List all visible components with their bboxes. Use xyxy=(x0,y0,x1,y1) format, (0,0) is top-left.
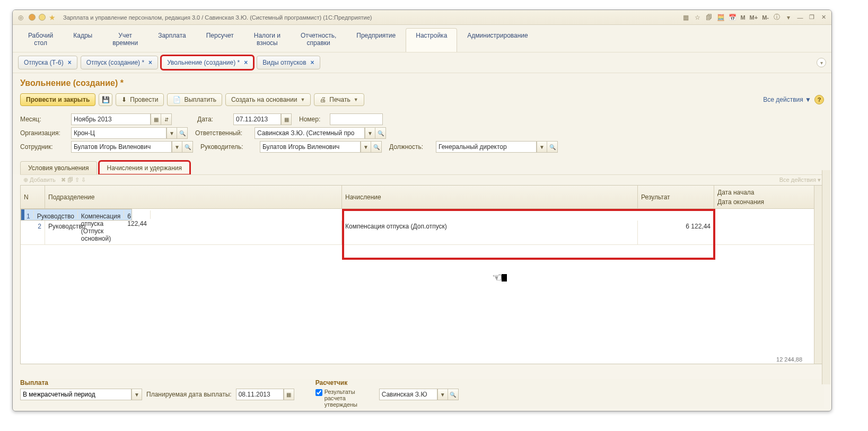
close-icon[interactable]: × xyxy=(68,59,72,66)
search-icon[interactable]: 🔍 xyxy=(177,127,188,139)
employee-label: Сотрудник: xyxy=(20,143,67,151)
app-window: ◎ ★ Зарплата и управление персоналом, ре… xyxy=(12,10,832,411)
tab-vacation-create[interactable]: Отпуск (создание) * × xyxy=(81,56,158,69)
info-icon[interactable]: ⓘ xyxy=(772,13,782,22)
chevron-down-icon[interactable]: ▼ xyxy=(172,141,182,153)
approved-checkbox[interactable]: Результаты расчета утверждены xyxy=(315,389,374,408)
search-icon[interactable]: 🔍 xyxy=(182,141,193,153)
subtab-accruals[interactable]: Начисления и удержания xyxy=(99,161,190,174)
manager-label: Руководитель: xyxy=(200,143,256,151)
tab-label: Виды отпусков xyxy=(262,59,306,66)
responsible-label: Ответственный: xyxy=(195,129,250,137)
table-row[interactable]: 1 Руководство Компенсация отпуска (Отпус… xyxy=(21,209,132,221)
calendar-icon[interactable]: ▦ xyxy=(151,113,161,125)
menu-taxes[interactable]: Налоги и взносы xyxy=(244,28,291,52)
nav-fwd-icon[interactable] xyxy=(39,14,46,21)
inner-all-actions[interactable]: Все действия ▾ xyxy=(779,177,821,183)
close-icon[interactable]: × xyxy=(244,59,248,66)
org-input[interactable] xyxy=(71,127,166,139)
inner-toolbar: ⊕ Добавить ✖ 🗐 ⇧ ⇩ Все действия ▾ xyxy=(20,174,824,185)
col-n[interactable]: N xyxy=(21,186,45,208)
tab-vacation-types[interactable]: Виды отпусков × xyxy=(257,56,320,69)
payout-mode-select[interactable] xyxy=(20,389,131,400)
chevron-down-icon[interactable]: ▼ xyxy=(365,127,375,139)
chevron-down-icon[interactable]: ▼ xyxy=(537,141,547,153)
window-close[interactable]: ✕ xyxy=(819,14,828,21)
print-button[interactable]: 🖨Печать▼ xyxy=(314,93,364,106)
date-input[interactable] xyxy=(233,113,281,125)
chevron-down-icon: ▼ xyxy=(354,97,358,102)
document-toolbar: Провести и закрыть 💾 ⬇Провести 📄Выплатит… xyxy=(13,91,831,110)
tab-dismissal-create[interactable]: Увольнение (создание) * × xyxy=(161,56,253,69)
menu-reports[interactable]: Отчетность, справки xyxy=(291,28,346,52)
post-and-close-button[interactable]: Провести и закрыть xyxy=(20,93,95,106)
document-form: Месяц: ▦ ⇵ Дата: ▦ Номер: Организация: ▼… xyxy=(13,110,831,158)
menu-salary[interactable]: Зарплата xyxy=(148,28,196,52)
search-icon[interactable]: 🔍 xyxy=(547,141,558,153)
col-department[interactable]: Подразделение xyxy=(45,186,342,208)
employee-input[interactable] xyxy=(71,141,172,153)
calendar-icon[interactable]: ▦ xyxy=(284,389,294,400)
month-input[interactable] xyxy=(71,113,151,125)
org-label: Организация: xyxy=(20,129,67,137)
calculator-title: Расчетчик xyxy=(315,379,459,386)
dropdown-icon[interactable]: ▾ xyxy=(784,13,793,22)
calculator-name-input[interactable] xyxy=(379,389,437,400)
menu-hr[interactable]: Кадры xyxy=(63,28,102,52)
favorite-icon[interactable]: ★ xyxy=(49,13,56,22)
tabs-overflow-icon[interactable]: ▾ xyxy=(817,58,826,67)
tool-icon-2[interactable]: ☆ xyxy=(692,13,702,22)
stepper-icon[interactable]: ⇵ xyxy=(161,113,172,125)
manager-input[interactable] xyxy=(260,141,361,153)
post-button[interactable]: ⬇Провести xyxy=(116,93,164,106)
menu-admin[interactable]: Администрирование xyxy=(457,28,538,52)
date-label: Дата: xyxy=(197,116,229,123)
window-maximize[interactable]: ❐ xyxy=(807,14,817,21)
mem-m[interactable]: M xyxy=(739,14,746,21)
tool-icon-calc[interactable]: 🧮 xyxy=(716,13,725,22)
menu-company[interactable]: Предприятие xyxy=(346,28,406,52)
page-scrollbar[interactable] xyxy=(822,170,830,384)
tool-icon-1[interactable]: ▦ xyxy=(681,13,690,22)
responsible-input[interactable] xyxy=(255,127,365,139)
position-input[interactable] xyxy=(436,141,537,153)
approved-check[interactable] xyxy=(315,389,322,396)
help-icon[interactable]: ? xyxy=(814,95,824,104)
pay-button[interactable]: 📄Выплатить xyxy=(167,93,222,106)
search-icon[interactable]: 🔍 xyxy=(448,389,459,400)
all-actions-link[interactable]: Все действия ▼ xyxy=(763,96,811,103)
create-based-button[interactable]: Создать на основании▼ xyxy=(225,93,311,106)
chevron-down-icon[interactable]: ▼ xyxy=(361,141,371,153)
toolbar-more-icon[interactable]: ✖ 🗐 ⇧ ⇩ xyxy=(61,177,86,183)
subtab-conditions[interactable]: Условия увольнения xyxy=(20,161,97,174)
menu-settings[interactable]: Настройка xyxy=(406,28,457,52)
menu-desktop[interactable]: Рабочий стол xyxy=(18,28,63,52)
chevron-down-icon[interactable]: ▼ xyxy=(131,389,142,400)
col-dates[interactable]: Дата начала Дата окончания xyxy=(714,186,773,208)
search-icon[interactable]: 🔍 xyxy=(375,127,386,139)
plan-date-input[interactable] xyxy=(236,389,284,400)
close-icon[interactable]: × xyxy=(148,59,152,66)
chevron-down-icon[interactable]: ▼ xyxy=(437,389,448,400)
number-input[interactable] xyxy=(330,113,383,125)
position-label: Должность: xyxy=(389,143,432,151)
add-button[interactable]: ⊕ Добавить xyxy=(23,177,56,183)
tool-icon-3[interactable]: 🗐 xyxy=(704,13,714,22)
close-icon[interactable]: × xyxy=(311,59,314,66)
menu-time[interactable]: Учет времени xyxy=(102,28,148,52)
row-selection-marker xyxy=(21,209,24,220)
nav-back-icon[interactable] xyxy=(29,14,36,21)
window-minimize[interactable]: — xyxy=(795,14,805,21)
print-icon: 🖨 xyxy=(320,96,326,103)
mem-mminus[interactable]: M- xyxy=(761,14,770,21)
chevron-down-icon[interactable]: ▼ xyxy=(166,127,177,139)
menu-persuchet[interactable]: Персучет xyxy=(196,28,244,52)
calendar-icon[interactable]: ▦ xyxy=(281,113,292,125)
save-button[interactable]: 💾 xyxy=(99,93,112,106)
search-icon[interactable]: 🔍 xyxy=(371,141,382,153)
col-result[interactable]: Результат xyxy=(638,186,714,208)
tool-icon-calendar[interactable]: 📅 xyxy=(727,13,737,22)
col-accrual[interactable]: Начисление xyxy=(342,186,638,208)
tab-vacations-t6[interactable]: Отпуска (Т-6) × xyxy=(18,56,77,69)
mem-mplus[interactable]: M+ xyxy=(749,14,759,21)
